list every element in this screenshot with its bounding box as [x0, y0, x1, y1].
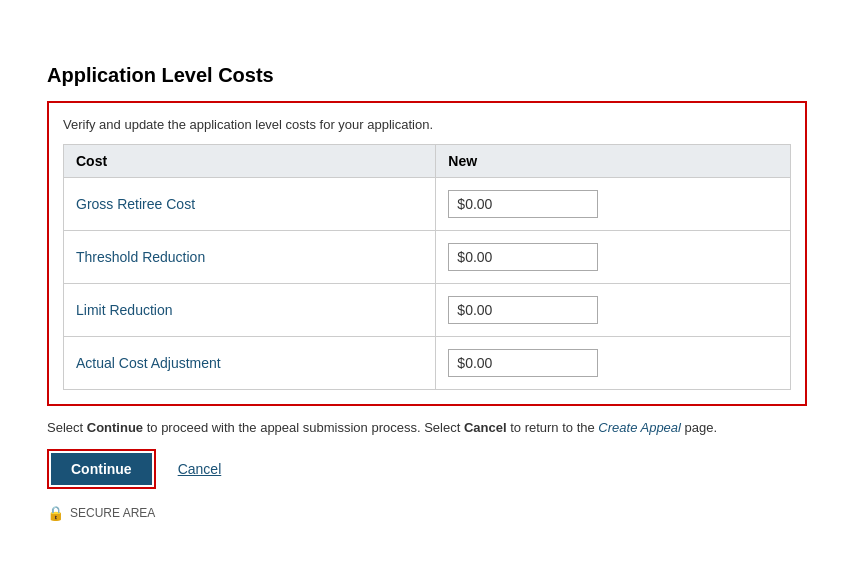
- table-row: Threshold Reduction: [64, 230, 791, 283]
- cost-input-cell: [436, 283, 791, 336]
- lock-icon: 🔒: [47, 505, 64, 521]
- cost-input[interactable]: [448, 243, 598, 271]
- button-row: Continue Cancel: [47, 449, 807, 489]
- footer-cancel-bold: Cancel: [464, 420, 507, 435]
- footer-text-before-link: to return to the: [507, 420, 599, 435]
- table-row: Limit Reduction: [64, 283, 791, 336]
- cost-input[interactable]: [448, 190, 598, 218]
- footer-continue-bold: Continue: [87, 420, 143, 435]
- footer-text-after: page.: [681, 420, 717, 435]
- cost-input-cell: [436, 177, 791, 230]
- page-title: Application Level Costs: [47, 64, 807, 87]
- description-text: Verify and update the application level …: [63, 117, 791, 132]
- create-appeal-link[interactable]: Create Appeal: [598, 420, 681, 435]
- cost-table: Cost New Gross Retiree CostThreshold Red…: [63, 144, 791, 390]
- footer-instructions: Select Continue to proceed with the appe…: [47, 418, 807, 438]
- col-header-new: New: [436, 144, 791, 177]
- cancel-button[interactable]: Cancel: [168, 453, 232, 485]
- continue-button[interactable]: Continue: [51, 453, 152, 485]
- cost-label: Threshold Reduction: [64, 230, 436, 283]
- col-header-cost: Cost: [64, 144, 436, 177]
- main-content-box: Verify and update the application level …: [47, 101, 807, 406]
- cost-label: Gross Retiree Cost: [64, 177, 436, 230]
- cost-input-cell: [436, 336, 791, 389]
- cost-input[interactable]: [448, 349, 598, 377]
- footer-text-before-continue: Select: [47, 420, 87, 435]
- cost-label: Actual Cost Adjustment: [64, 336, 436, 389]
- table-row: Gross Retiree Cost: [64, 177, 791, 230]
- table-row: Actual Cost Adjustment: [64, 336, 791, 389]
- footer-text-middle: to proceed with the appeal submission pr…: [143, 420, 464, 435]
- cost-label: Limit Reduction: [64, 283, 436, 336]
- cost-input-cell: [436, 230, 791, 283]
- secure-area-label: SECURE AREA: [70, 506, 155, 520]
- secure-area: 🔒 SECURE AREA: [47, 505, 807, 521]
- continue-btn-wrapper: Continue: [47, 449, 156, 489]
- cost-input[interactable]: [448, 296, 598, 324]
